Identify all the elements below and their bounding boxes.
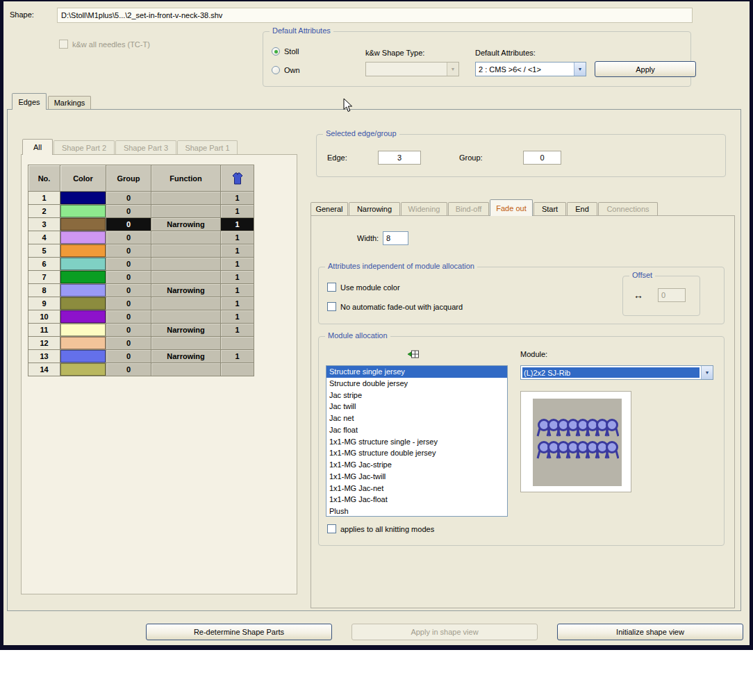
edge-function-cell[interactable] xyxy=(151,258,221,271)
edge-flag-cell[interactable]: 1 xyxy=(221,218,254,231)
table-row[interactable]: 4 0 1 xyxy=(28,231,254,244)
edge-no-cell[interactable]: 4 xyxy=(28,231,60,244)
edge-function-cell[interactable] xyxy=(151,337,221,350)
edge-group-cell[interactable]: 0 xyxy=(106,271,151,284)
table-row[interactable]: 1 0 1 xyxy=(28,192,254,205)
edge-flag-cell[interactable]: 1 xyxy=(221,350,254,363)
edge-flag-cell[interactable]: 1 xyxy=(221,297,254,310)
edge-group-cell[interactable]: 0 xyxy=(106,363,151,376)
edge-group-cell[interactable]: 0 xyxy=(106,310,151,324)
tab-start[interactable]: Start xyxy=(533,202,566,215)
redetermine-shape-parts-button[interactable]: Re-determine Shape Parts xyxy=(146,624,332,640)
subtab-shape-part-1[interactable]: Shape Part 1 xyxy=(177,140,238,154)
edge-no-cell[interactable]: 8 xyxy=(28,284,60,297)
edge-value-field[interactable]: 3 xyxy=(378,151,421,165)
list-item[interactable]: Jac stripe xyxy=(326,390,507,401)
edge-no-cell[interactable]: 11 xyxy=(28,324,60,337)
edge-function-cell[interactable] xyxy=(151,231,221,244)
edge-color-swatch[interactable] xyxy=(60,350,106,363)
tab-fade-out[interactable]: Fade out xyxy=(490,199,533,216)
list-item[interactable]: 1x1-MG Jac-stripe xyxy=(326,459,507,471)
edge-no-cell[interactable]: 3 xyxy=(28,218,60,231)
edge-flag-cell[interactable] xyxy=(221,337,254,350)
list-item[interactable]: 1x1-MG Jac-float xyxy=(326,494,507,506)
list-item[interactable]: Jac float xyxy=(326,424,507,436)
tab-narrowing[interactable]: Narrowing xyxy=(349,202,400,215)
edge-group-cell[interactable]: 0 xyxy=(106,350,151,363)
tab-end[interactable]: End xyxy=(567,202,597,215)
table-row[interactable]: 2 0 1 xyxy=(28,205,254,218)
edge-function-cell[interactable]: Narrowing xyxy=(151,324,221,337)
list-item-selected[interactable]: Structure single jersey xyxy=(326,366,507,378)
kw-all-needles-checkbox[interactable]: k&w all needles (TC-T) xyxy=(59,40,150,49)
edge-function-cell[interactable]: Narrowing xyxy=(151,284,221,297)
edge-function-cell[interactable] xyxy=(151,205,221,218)
edge-flag-cell[interactable]: 1 xyxy=(221,310,254,324)
edge-flag-cell[interactable]: 1 xyxy=(221,205,254,218)
default-attributes-dropdown[interactable]: 2 : CMS >6< / <1> ▼ xyxy=(475,62,586,76)
edge-color-swatch[interactable] xyxy=(60,258,106,271)
edge-no-cell[interactable]: 6 xyxy=(28,258,60,271)
table-row[interactable]: 12 0 xyxy=(28,337,254,350)
list-item[interactable]: Jac net xyxy=(326,412,507,424)
edge-no-cell[interactable]: 13 xyxy=(28,350,60,363)
table-row[interactable]: 13 0 Narrowing 1 xyxy=(28,350,254,363)
edge-group-cell[interactable]: 0 xyxy=(106,244,151,258)
own-radio[interactable]: Own xyxy=(272,66,300,74)
edge-color-swatch[interactable] xyxy=(60,218,106,231)
edge-function-cell[interactable] xyxy=(151,271,221,284)
tab-connections[interactable]: Connections xyxy=(598,202,658,215)
list-item[interactable]: 1x1-MG Jac-twill xyxy=(326,471,507,483)
kw-shape-type-dropdown[interactable]: ▼ xyxy=(365,62,459,76)
edge-no-cell[interactable]: 9 xyxy=(28,297,60,310)
edge-flag-cell[interactable]: 1 xyxy=(221,324,254,337)
edge-no-cell[interactable]: 14 xyxy=(28,363,60,376)
edge-function-cell[interactable] xyxy=(151,363,221,376)
edge-no-cell[interactable]: 1 xyxy=(28,192,60,205)
edge-color-swatch[interactable] xyxy=(60,231,106,244)
edge-color-swatch[interactable] xyxy=(60,324,106,337)
table-row[interactable]: 11 0 Narrowing 1 xyxy=(28,324,254,337)
edge-color-swatch[interactable] xyxy=(60,271,106,284)
edge-no-cell[interactable]: 2 xyxy=(28,205,60,218)
shape-path-field[interactable]: D:\Stoll\M1plus\5...\2_set-in-front-v-ne… xyxy=(57,8,693,23)
subtab-shape-part-2[interactable]: Shape Part 2 xyxy=(53,140,115,154)
edge-color-swatch[interactable] xyxy=(60,284,106,297)
tab-widening[interactable]: Widening xyxy=(401,202,447,215)
edge-group-cell[interactable]: 0 xyxy=(106,284,151,297)
tab-general[interactable]: General xyxy=(311,202,348,215)
edge-group-cell[interactable]: 0 xyxy=(106,337,151,350)
edge-flag-cell[interactable]: 1 xyxy=(221,271,254,284)
edge-color-swatch[interactable] xyxy=(60,337,106,350)
table-row[interactable]: 14 0 xyxy=(28,363,254,376)
list-item[interactable]: Structure double jersey xyxy=(326,378,507,390)
table-row[interactable]: 5 0 1 xyxy=(28,244,254,258)
edge-no-cell[interactable]: 7 xyxy=(28,271,60,284)
list-item[interactable]: 1x1-MG structure double jersey xyxy=(326,447,507,459)
list-item[interactable]: Jac twill xyxy=(326,401,507,412)
edge-group-cell[interactable]: 0 xyxy=(106,192,151,205)
table-row[interactable]: 8 0 Narrowing 1 xyxy=(28,284,254,297)
subtab-all[interactable]: All xyxy=(22,139,53,155)
group-value-field[interactable]: 0 xyxy=(523,151,561,165)
edge-group-cell[interactable]: 0 xyxy=(106,231,151,244)
edge-flag-cell[interactable]: 1 xyxy=(221,231,254,244)
list-item[interactable]: Plush xyxy=(326,506,507,517)
edge-function-cell[interactable] xyxy=(151,297,221,310)
edge-color-swatch[interactable] xyxy=(60,363,106,376)
subtab-shape-part-3[interactable]: Shape Part 3 xyxy=(115,140,176,154)
edge-group-cell[interactable]: 0 xyxy=(106,218,151,231)
table-row[interactable]: 7 0 1 xyxy=(28,271,254,284)
edge-color-swatch[interactable] xyxy=(60,192,106,205)
edge-color-swatch[interactable] xyxy=(60,244,106,258)
table-row[interactable]: 9 0 1 xyxy=(28,297,254,310)
edge-function-cell[interactable] xyxy=(151,310,221,324)
edge-color-swatch[interactable] xyxy=(60,205,106,218)
apply-in-shape-view-button[interactable]: Apply in shape view xyxy=(351,624,538,640)
table-row[interactable]: 6 0 1 xyxy=(28,258,254,271)
list-item[interactable]: 1x1-MG structure single - jersey xyxy=(326,436,507,448)
edge-flag-cell[interactable]: 1 xyxy=(221,192,254,205)
edge-flag-cell[interactable]: 1 xyxy=(221,284,254,297)
apply-button[interactable]: Apply xyxy=(595,61,696,77)
edge-no-cell[interactable]: 10 xyxy=(28,310,60,324)
